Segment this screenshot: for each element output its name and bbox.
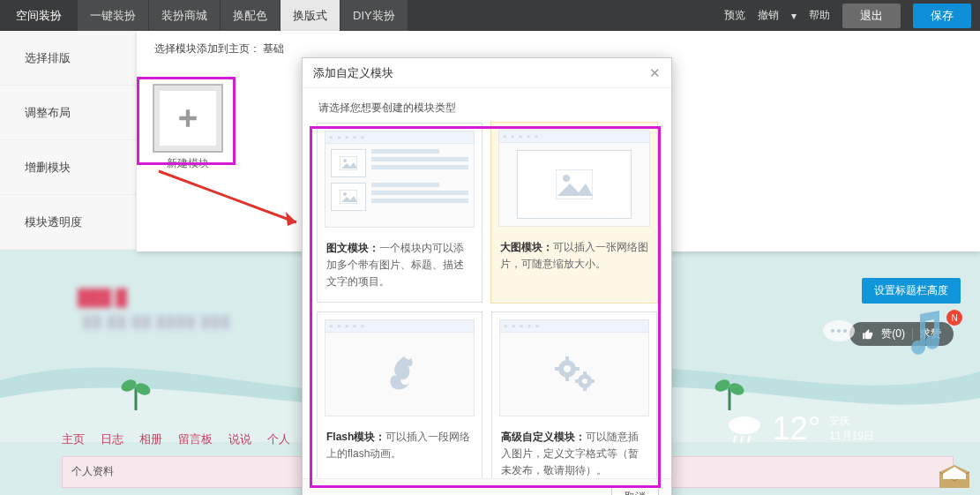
svg-rect-26 <box>583 371 587 376</box>
card-title: 图文模块： <box>326 242 379 254</box>
svg-line-9 <box>734 436 736 443</box>
sidebar: 选择排版 调整布局 增删模块 模块透明度 <box>0 31 137 250</box>
envelope-icon[interactable] <box>938 463 971 490</box>
sidebar-item-opacity[interactable]: 模块透明度 <box>0 195 137 250</box>
sidebar-item-layout[interactable]: 选择排版 <box>0 31 137 86</box>
svg-rect-29 <box>590 379 595 383</box>
tab-diy[interactable]: DIY装扮 <box>340 0 408 31</box>
svg-rect-20 <box>565 356 569 362</box>
undo-caret-icon[interactable]: ▾ <box>791 10 797 22</box>
svg-point-13 <box>343 159 347 162</box>
svg-rect-28 <box>575 379 580 383</box>
svg-point-2 <box>837 329 841 333</box>
nav-personal[interactable]: 个人 <box>267 431 290 447</box>
image-icon <box>556 169 593 199</box>
flash-icon <box>379 353 420 394</box>
weather-date: 11月19日 <box>829 429 874 444</box>
page-nav: 主页 日志 相册 留言板 说说 个人 <box>62 431 290 447</box>
card-big-image[interactable]: × × × × × 大图模块：可以插入一张网络图片，可随意缩放大小。 <box>491 123 657 303</box>
notification-badge: N <box>946 310 962 326</box>
card-image-text[interactable]: × × × × × 图文模块：一个模块内可以添加多个带有图片、标题、描述文字的项… <box>317 123 483 303</box>
svg-point-19 <box>564 365 571 372</box>
like-count: 赞(0) <box>881 326 905 341</box>
blurred-title: ███ █ <box>78 289 127 307</box>
set-title-height-button[interactable]: 设置标题栏高度 <box>862 278 961 304</box>
new-module-tile[interactable]: 新建模块 <box>141 84 235 163</box>
tab-onekey[interactable]: 一键装扮 <box>78 0 149 31</box>
blurred-subtitle: ██ ██ ██ ████ ███ <box>83 315 231 328</box>
weather-widget: 12° 安庆 11月19日 <box>725 410 874 447</box>
svg-rect-23 <box>574 367 580 371</box>
top-tabs: 一键装扮 装扮商城 换配色 换版式 DIY装扮 <box>78 0 408 31</box>
card-title: Flash模块： <box>326 431 385 443</box>
nav-home[interactable]: 主页 <box>62 431 85 447</box>
dialog-title: 添加自定义模块 <box>313 65 393 81</box>
card-advanced[interactable]: × × × × × 高级自定义模块：可以随意插入图片，定义文字格式等（暂未发布，… <box>491 311 657 491</box>
svg-rect-22 <box>555 367 560 371</box>
preview-link[interactable]: 预览 <box>724 8 745 23</box>
nav-album[interactable]: 相册 <box>139 431 162 447</box>
topbar: 空间装扮 一键装扮 装扮商城 换配色 换版式 DIY装扮 预览 撤销 ▾ 帮助 … <box>0 0 980 31</box>
svg-point-17 <box>563 175 570 182</box>
rain-cloud-icon <box>725 413 764 445</box>
temperature: 12° <box>773 410 820 447</box>
gears-icon <box>548 353 601 394</box>
exit-button[interactable]: 退出 <box>842 4 901 28</box>
svg-rect-27 <box>583 386 587 391</box>
new-module-caption: 新建模块 <box>141 156 235 171</box>
image-icon <box>340 156 357 170</box>
add-module-dialog: 添加自定义模块 ✕ 请选择您想要创建的模块类型 × × × × × 图文模块：一… <box>302 57 672 495</box>
thumb-up-icon <box>862 328 874 341</box>
tab-layout[interactable]: 换版式 <box>281 0 340 31</box>
save-button[interactable]: 保存 <box>913 4 971 28</box>
svg-point-3 <box>843 329 847 333</box>
nav-blog[interactable]: 日志 <box>101 431 123 447</box>
close-icon[interactable]: ✕ <box>649 65 661 81</box>
svg-line-11 <box>748 436 750 443</box>
card-title: 大图模块： <box>500 241 553 253</box>
card-flash[interactable]: × × × × × Flash模块：可以插入一段网络上的flash动画。 <box>317 311 483 491</box>
plant-right-icon <box>708 366 751 416</box>
tab-color[interactable]: 换配色 <box>221 0 281 31</box>
card-title: 高级自定义模块： <box>501 431 586 443</box>
weather-city: 安庆 <box>829 414 874 429</box>
music-note-icon <box>904 309 946 358</box>
nav-shuoshuo[interactable]: 说说 <box>228 431 251 447</box>
plus-icon <box>176 107 199 130</box>
sidebar-item-adjust[interactable]: 调整布局 <box>0 86 137 140</box>
svg-rect-21 <box>565 376 569 381</box>
svg-point-1 <box>831 329 834 333</box>
svg-line-10 <box>741 436 743 443</box>
plant-left-icon <box>115 366 157 416</box>
svg-point-15 <box>343 192 347 196</box>
image-icon <box>340 190 357 204</box>
svg-point-25 <box>582 379 587 384</box>
nav-msgboard[interactable]: 留言板 <box>178 431 213 447</box>
undo-link[interactable]: 撤销 <box>758 8 779 23</box>
chat-bubble-icon <box>821 319 857 347</box>
cancel-button[interactable]: 取消 <box>611 485 659 495</box>
dialog-subtitle: 请选择您想要创建的模块类型 <box>303 88 671 123</box>
tab-mall[interactable]: 装扮商城 <box>149 0 221 31</box>
help-link[interactable]: 帮助 <box>809 8 830 23</box>
app-title: 空间装扮 <box>0 8 78 24</box>
sidebar-item-modules[interactable]: 增删模块 <box>0 140 137 195</box>
svg-point-8 <box>729 416 760 434</box>
